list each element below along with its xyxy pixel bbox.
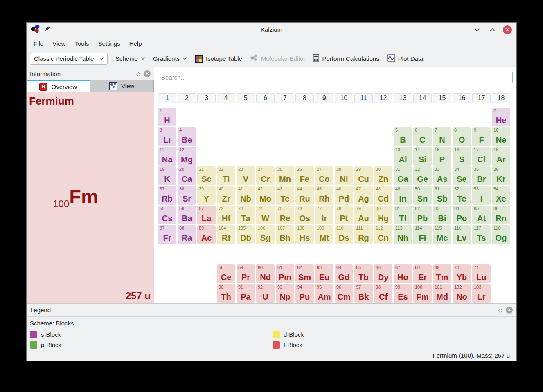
- group-header-13[interactable]: 13: [394, 93, 412, 103]
- isotope-table-button[interactable]: Isotope Table: [195, 55, 242, 63]
- element-cell-Rf[interactable]: 104Rf: [217, 225, 235, 244]
- element-cell-Rg[interactable]: 111Rg: [354, 225, 373, 244]
- group-header-6[interactable]: 6: [256, 93, 275, 103]
- element-cell-Al[interactable]: 13Al: [394, 147, 412, 166]
- element-cell-Cd[interactable]: 48Cd: [374, 186, 392, 205]
- element-cell-Ce[interactable]: 58Ce: [217, 264, 235, 283]
- element-cell-Au[interactable]: 79Au: [354, 206, 373, 224]
- element-cell-Xe[interactable]: 54Xe: [492, 186, 510, 205]
- element-cell-Rn[interactable]: 86Rn: [492, 206, 510, 224]
- scheme-menu-button[interactable]: Scheme: [115, 55, 145, 62]
- element-cell-Db[interactable]: 105Db: [237, 225, 255, 244]
- element-cell-Mn[interactable]: 25Mn: [276, 166, 294, 185]
- element-cell-Rh[interactable]: 45Rh: [315, 186, 333, 205]
- element-cell-In[interactable]: 49In: [394, 186, 412, 205]
- element-cell-K[interactable]: 19K: [158, 166, 176, 185]
- element-cell-Ag[interactable]: 47Ag: [354, 186, 373, 205]
- group-header-7[interactable]: 7: [276, 93, 294, 103]
- element-cell-Bi[interactable]: 83Bi: [433, 206, 451, 224]
- element-cell-No[interactable]: 102No: [453, 284, 471, 303]
- element-cell-Cu[interactable]: 29Cu: [354, 166, 373, 185]
- element-cell-I[interactable]: 53I: [472, 186, 491, 205]
- close-button[interactable]: [503, 25, 512, 34]
- element-cell-Nb[interactable]: 41Nb: [237, 186, 255, 205]
- element-cell-Po[interactable]: 84Po: [453, 206, 471, 224]
- element-cell-Tc[interactable]: 43Tc: [276, 186, 294, 205]
- element-cell-S[interactable]: 16S: [453, 147, 471, 166]
- group-header-10[interactable]: 10: [335, 93, 353, 103]
- element-cell-Ta[interactable]: 73Ta: [237, 206, 255, 224]
- element-cell-At[interactable]: 85At: [472, 206, 491, 224]
- element-cell-Si[interactable]: 14Si: [413, 147, 432, 166]
- element-cell-Lv[interactable]: 116Lv: [453, 225, 471, 244]
- element-cell-Eu[interactable]: 63Eu: [315, 264, 333, 283]
- element-cell-Ar[interactable]: 18Ar: [492, 147, 510, 166]
- element-cell-Zn[interactable]: 30Zn: [374, 166, 392, 185]
- group-header-4[interactable]: 4: [217, 93, 235, 103]
- float-dock-icon[interactable]: ◇: [136, 71, 140, 76]
- element-cell-Sb[interactable]: 51Sb: [433, 186, 451, 205]
- element-cell-Ru[interactable]: 44Ru: [295, 186, 314, 205]
- element-cell-Bh[interactable]: 107Bh: [276, 225, 294, 244]
- gradients-menu-button[interactable]: Gradients: [153, 55, 187, 62]
- element-cell-Hg[interactable]: 80Hg: [374, 206, 392, 224]
- element-cell-B[interactable]: 5B: [394, 127, 412, 146]
- element-cell-Sr[interactable]: 38Sr: [178, 186, 196, 205]
- element-cell-Ds[interactable]: 110Ds: [335, 225, 353, 244]
- element-cell-Cl[interactable]: 17Cl: [472, 147, 491, 166]
- element-cell-N[interactable]: 7N: [433, 127, 451, 146]
- element-cell-Md[interactable]: 101Md: [433, 284, 451, 303]
- menu-tools[interactable]: Tools: [70, 38, 93, 49]
- float-legend-icon[interactable]: ◇: [498, 307, 502, 313]
- menu-view[interactable]: View: [48, 38, 70, 49]
- element-cell-Cf[interactable]: 98Cf: [374, 284, 392, 303]
- element-cell-Nh[interactable]: 113Nh: [394, 225, 412, 244]
- element-cell-C[interactable]: 6C: [413, 127, 432, 146]
- element-cell-Pt[interactable]: 78Pt: [335, 206, 353, 224]
- element-cell-Hs[interactable]: 108Hs: [295, 225, 314, 244]
- element-cell-Na[interactable]: 11Na: [158, 147, 176, 166]
- menu-settings[interactable]: Settings: [93, 38, 124, 49]
- element-cell-Os[interactable]: 76Os: [295, 206, 314, 224]
- group-header-2[interactable]: 2: [178, 93, 196, 103]
- perform-calculations-button[interactable]: Perform Calculations: [313, 54, 379, 63]
- element-cell-Y[interactable]: 39Y: [197, 186, 216, 205]
- element-cell-Cs[interactable]: 55Cs: [158, 206, 176, 224]
- group-header-18[interactable]: 18: [492, 93, 510, 103]
- element-cell-Tl[interactable]: 81Tl: [394, 206, 412, 224]
- element-cell-F[interactable]: 9F: [472, 127, 491, 146]
- element-cell-Bk[interactable]: 97Bk: [354, 284, 373, 303]
- element-cell-Te[interactable]: 52Te: [453, 186, 471, 205]
- element-cell-As[interactable]: 33As: [433, 166, 451, 185]
- element-cell-He[interactable]: 2He: [492, 108, 510, 126]
- element-cell-Mg[interactable]: 12Mg: [178, 147, 196, 166]
- tab-overview[interactable]: H Overview: [27, 80, 90, 92]
- element-cell-Ac[interactable]: 89Ac: [197, 225, 216, 244]
- element-cell-W[interactable]: 74W: [256, 206, 275, 224]
- minimize-button[interactable]: [473, 25, 482, 34]
- element-cell-Sc[interactable]: 21Sc: [197, 166, 216, 185]
- element-cell-Br[interactable]: 35Br: [472, 166, 491, 185]
- element-cell-Dy[interactable]: 66Dy: [374, 264, 392, 283]
- close-dock-icon[interactable]: ✕: [144, 70, 151, 77]
- table-type-select[interactable]: Classic Periodic Table: [30, 53, 108, 65]
- element-cell-Cn[interactable]: 112Cn: [374, 225, 392, 244]
- plot-data-button[interactable]: Plot Data: [387, 54, 424, 63]
- element-cell-Zr[interactable]: 40Zr: [217, 186, 235, 205]
- element-cell-Rb[interactable]: 37Rb: [158, 186, 176, 205]
- group-header-15[interactable]: 15: [433, 93, 451, 103]
- element-cell-U[interactable]: 92U: [256, 284, 275, 303]
- element-cell-Es[interactable]: 99Es: [394, 284, 412, 303]
- element-cell-Lu[interactable]: 71Lu: [472, 264, 491, 283]
- element-cell-V[interactable]: 23V: [237, 166, 255, 185]
- element-cell-Cr[interactable]: 24Cr: [256, 166, 275, 185]
- element-cell-Ne[interactable]: 10Ne: [492, 127, 510, 146]
- element-cell-Ga[interactable]: 31Ga: [394, 166, 412, 185]
- element-cell-Fe[interactable]: 26Fe: [295, 166, 314, 185]
- menu-help[interactable]: Help: [125, 38, 146, 49]
- element-cell-Tm[interactable]: 69Tm: [433, 264, 451, 283]
- element-cell-Co[interactable]: 27Co: [315, 166, 333, 185]
- element-cell-Tb[interactable]: 65Tb: [354, 264, 373, 283]
- close-legend-icon[interactable]: ✕: [506, 307, 513, 314]
- group-header-3[interactable]: 3: [197, 93, 216, 103]
